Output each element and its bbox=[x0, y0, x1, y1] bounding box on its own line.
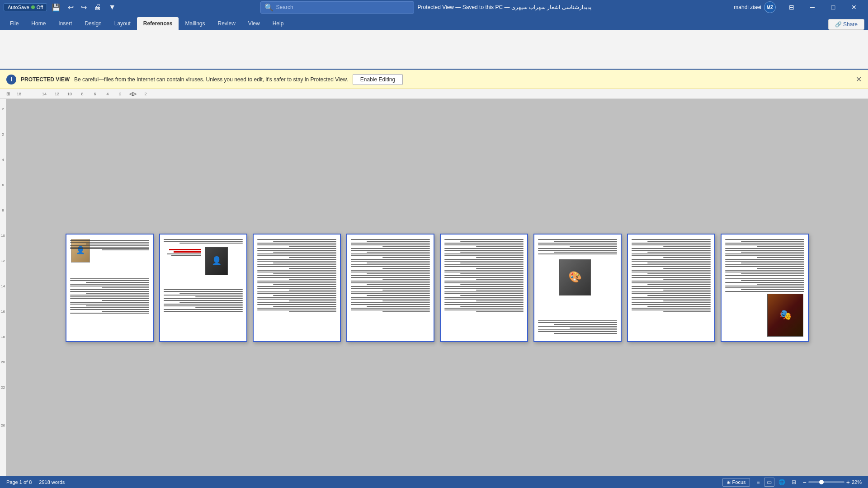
page-2-image: 👤 bbox=[205, 247, 228, 275]
doc-page-5[interactable] bbox=[440, 234, 528, 342]
search-box[interactable]: 🔍 bbox=[260, 1, 414, 14]
minimize-button[interactable]: ─ bbox=[802, 0, 823, 14]
zoom-controls: − + 22% bbox=[803, 479, 862, 486]
print-preview-icon[interactable]: 🖨 bbox=[92, 2, 103, 12]
page-6-content: 🎨 bbox=[534, 235, 621, 341]
search-icon: 🔍 bbox=[264, 3, 274, 12]
page-5-content bbox=[441, 235, 527, 341]
ruler: ⊞ 18 14 12 10 8 6 4 2 ◁▷ 2 bbox=[0, 89, 868, 99]
tab-design[interactable]: Design bbox=[78, 17, 108, 30]
status-bar: Page 1 of 8 2918 words ⊞ Focus ≡ ▭ 🌐 ⊟ −… bbox=[0, 476, 868, 488]
ribbon-content bbox=[0, 30, 868, 70]
save-icon[interactable]: 💾 bbox=[50, 2, 62, 13]
title-bar: AutoSave Off 💾 ↩ ↪ 🖨 ▼ 🔍 پدیدارشناسی اشع… bbox=[0, 0, 868, 14]
autosave-label: AutoSave bbox=[8, 5, 29, 10]
page-2-content: 👤 bbox=[160, 235, 246, 341]
autosave-dot bbox=[31, 5, 35, 9]
doc-title: پدیدارشناسی اشعار سهراب سپهری — Protecte… bbox=[418, 4, 591, 10]
page-4-content bbox=[347, 235, 434, 341]
zoom-in-button[interactable]: + bbox=[846, 479, 850, 486]
tab-help[interactable]: Help bbox=[266, 17, 290, 30]
tab-home[interactable]: Home bbox=[25, 17, 52, 30]
page-8-content: 🎭 bbox=[722, 235, 808, 341]
page-info: Page 1 of 8 bbox=[6, 479, 32, 485]
focus-icon: ⊞ bbox=[726, 479, 731, 485]
page-6-image: 🎨 bbox=[559, 259, 591, 296]
tab-mailings[interactable]: Mailings bbox=[179, 17, 211, 30]
page-1-content: 👤 bbox=[66, 235, 153, 341]
canvas-area: 2 2 4 6 8 10 12 14 16 18 20 22 26 bbox=[0, 99, 868, 476]
focus-label: Focus bbox=[732, 479, 746, 485]
title-bar-left: AutoSave Off 💾 ↩ ↪ 🖨 ▼ bbox=[4, 2, 118, 13]
tab-layout[interactable]: Layout bbox=[108, 17, 137, 30]
enable-editing-button[interactable]: Enable Editing bbox=[353, 74, 403, 85]
customize-icon[interactable]: ▼ bbox=[107, 2, 118, 12]
page-3-content bbox=[254, 235, 340, 341]
zoom-slider[interactable] bbox=[808, 481, 844, 483]
user-avatar[interactable]: MZ bbox=[764, 1, 776, 13]
user-info: mahdi ziaei MZ bbox=[734, 1, 776, 13]
doc-page-8[interactable]: 🎭 bbox=[721, 234, 809, 342]
zoom-level: 22% bbox=[852, 479, 862, 485]
vertical-ruler: 2 2 4 6 8 10 12 14 16 18 20 22 26 bbox=[0, 99, 6, 476]
protected-icon: i bbox=[6, 75, 16, 84]
page-2-title-block bbox=[165, 249, 201, 256]
protected-view-bar: i PROTECTED VIEW Be careful—files from t… bbox=[0, 70, 868, 89]
layout-view-icon[interactable]: ▭ bbox=[764, 478, 774, 487]
focus-button[interactable]: ⊞ Focus bbox=[722, 478, 750, 487]
ribbon-toggle-button[interactable]: ⊟ bbox=[781, 0, 802, 14]
share-button[interactable]: 🔗 Share bbox=[828, 19, 864, 30]
doc-page-3[interactable] bbox=[253, 234, 341, 342]
redo-icon[interactable]: ↪ bbox=[79, 2, 89, 13]
tab-review[interactable]: Review bbox=[212, 17, 242, 30]
title-bar-quick-access: 💾 ↩ ↪ 🖨 ▼ bbox=[50, 2, 118, 13]
zoom-thumb bbox=[819, 480, 824, 484]
doc-page-1[interactable]: 👤 bbox=[66, 234, 154, 342]
autosave-state: Off bbox=[37, 5, 43, 10]
undo-icon[interactable]: ↩ bbox=[66, 2, 75, 13]
status-right: ⊞ Focus ≡ ▭ 🌐 ⊟ − + 22% bbox=[722, 478, 862, 487]
close-button[interactable]: ✕ bbox=[844, 0, 864, 14]
user-name: mahdi ziaei bbox=[734, 4, 761, 10]
maximize-button[interactable]: □ bbox=[823, 0, 844, 14]
doc-page-4[interactable] bbox=[346, 234, 434, 342]
pages-container: 👤 bbox=[6, 99, 868, 476]
window-controls: ⊟ ─ □ ✕ bbox=[781, 0, 864, 14]
tab-file[interactable]: File bbox=[4, 17, 25, 30]
page-8-image: 🎭 bbox=[767, 294, 803, 337]
tab-view[interactable]: View bbox=[242, 17, 266, 30]
view-icons: ≡ ▭ 🌐 ⊟ bbox=[755, 478, 798, 487]
ruler-toggle[interactable]: ⊞ bbox=[6, 91, 10, 96]
protected-message: Be careful—files from the Internet can c… bbox=[74, 76, 348, 83]
ruler-scale: 18 14 12 10 8 6 4 2 ◁▷ 2 bbox=[13, 91, 152, 96]
read-view-icon[interactable]: ≡ bbox=[755, 478, 762, 486]
search-input[interactable] bbox=[276, 4, 410, 10]
close-protected-bar-button[interactable]: ✕ bbox=[856, 75, 862, 84]
page-7-content bbox=[628, 235, 714, 341]
status-left: Page 1 of 8 2918 words bbox=[6, 479, 65, 485]
ribbon: File Home Insert Design Layout Reference… bbox=[0, 14, 868, 70]
outline-view-icon[interactable]: ⊟ bbox=[789, 478, 798, 486]
doc-page-2[interactable]: 👤 bbox=[159, 234, 247, 342]
doc-page-7[interactable] bbox=[627, 234, 715, 342]
word-count: 2918 words bbox=[39, 479, 65, 485]
web-view-icon[interactable]: 🌐 bbox=[776, 478, 788, 486]
title-bar-center: 🔍 پدیدارشناسی اشعار سهراب سپهری — Protec… bbox=[118, 1, 734, 14]
title-bar-right: mahdi ziaei MZ ⊟ ─ □ ✕ bbox=[734, 0, 864, 14]
zoom-out-button[interactable]: − bbox=[803, 479, 807, 486]
ribbon-tabs: File Home Insert Design Layout Reference… bbox=[0, 14, 868, 30]
autosave-toggle[interactable]: AutoSave Off bbox=[4, 3, 47, 11]
protected-label: PROTECTED VIEW bbox=[21, 76, 70, 83]
doc-page-6[interactable]: 🎨 bbox=[533, 234, 622, 342]
tab-references[interactable]: References bbox=[137, 17, 179, 30]
tab-insert[interactable]: Insert bbox=[52, 17, 78, 30]
